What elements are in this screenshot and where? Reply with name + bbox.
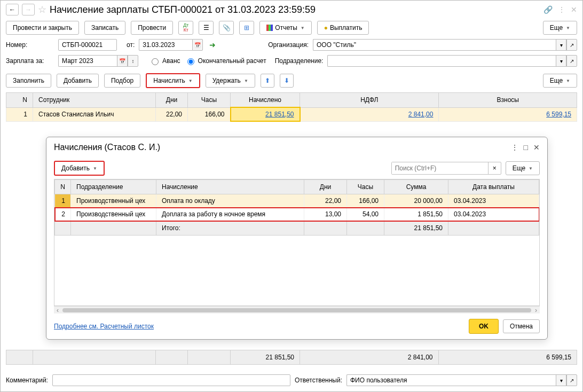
save-button[interactable]: Записать — [84, 21, 125, 35]
payslip-link[interactable]: Подробнее см. Расчетный листок — [54, 323, 154, 330]
cell-accrued[interactable]: 21 851,50 — [231, 107, 300, 121]
accruals-header-row: N Подразделение Начисление Дни Часы Сумм… — [55, 180, 539, 194]
org-open-button[interactable]: ↗ — [566, 39, 577, 51]
month-input[interactable] — [58, 55, 117, 67]
post-button[interactable]: Провести — [131, 21, 173, 35]
dialog-more-button[interactable]: Еще ▼ — [506, 161, 540, 175]
dept-label: Подразделение: — [275, 57, 324, 65]
attach-button[interactable]: 📎 — [219, 21, 234, 35]
horizontal-scrollbar[interactable] — [54, 306, 540, 313]
col-n[interactable]: N — [6, 93, 33, 108]
dtk-button[interactable]: ДтКт — [178, 21, 193, 35]
green-arrow-icon[interactable]: ➜ — [209, 41, 216, 49]
col-days[interactable]: Дни — [156, 93, 188, 108]
accruals-row[interactable]: 2 Производственный цех Доплата за работу… — [55, 208, 539, 221]
month-stepper-button[interactable]: ↕ — [128, 55, 138, 67]
acc-col-dept[interactable]: Подразделение — [71, 180, 156, 194]
col-accrued[interactable]: Начислено — [231, 93, 300, 108]
dialog-close-icon[interactable]: ✕ — [533, 143, 540, 152]
chevron-down-icon: ▾ — [560, 378, 563, 383]
nav-back-button[interactable]: ← — [6, 4, 19, 15]
pick-button[interactable]: Подбор — [104, 74, 140, 88]
final-radio-input[interactable] — [187, 58, 194, 65]
cell-tax[interactable]: 2 841,00 — [300, 107, 439, 121]
more-button[interactable]: Еще ▼ — [543, 21, 577, 35]
x-icon: × — [493, 164, 497, 172]
favorite-star-icon[interactable]: ☆ — [38, 4, 46, 15]
acc-cell-accrual: Оплата по окладу — [156, 194, 304, 208]
pay-button[interactable]: ● Выплатить — [317, 21, 369, 35]
month-calendar-button[interactable]: 📅 — [117, 55, 128, 67]
menu-dots-icon[interactable]: ⋮ — [558, 5, 565, 14]
dialog-header: Начисления (Стасов С. И.) ⋮ □ ✕ — [46, 137, 547, 158]
actions-more-button[interactable]: Еще ▼ — [543, 74, 577, 88]
coin-icon: ● — [324, 24, 328, 32]
acc-col-paydate[interactable]: Дата выплаты — [448, 180, 539, 194]
org-input[interactable] — [313, 39, 556, 51]
accrue-label: Начислить — [153, 77, 185, 84]
dialog-maximize-icon[interactable]: □ — [524, 143, 528, 152]
acc-total-sum: 21 851,50 — [384, 221, 448, 236]
acc-cell-days: 13,00 — [304, 208, 347, 221]
date-input[interactable] — [139, 39, 192, 51]
ok-button[interactable]: OK — [469, 319, 499, 334]
search-input[interactable] — [392, 162, 488, 174]
acc-col-accrual[interactable]: Начисление — [156, 180, 304, 194]
col-contrib[interactable]: Взносы — [439, 93, 577, 108]
accrued-link[interactable]: 21 851,50 — [265, 111, 294, 118]
number-input[interactable] — [58, 39, 117, 51]
advance-radio-input[interactable] — [152, 58, 159, 65]
search-clear-button[interactable]: × — [488, 162, 501, 174]
acc-col-days[interactable]: Дни — [304, 180, 347, 194]
more-label: Еще — [550, 24, 563, 32]
dept-open-button[interactable]: ↗ — [566, 55, 577, 67]
withhold-button[interactable]: Удержать ▼ — [206, 74, 255, 88]
dept-input[interactable] — [327, 55, 556, 67]
col-hours[interactable]: Часы — [188, 93, 231, 108]
acc-cell-paydate: 03.04.2023 — [448, 194, 539, 208]
org-dropdown-button[interactable]: ▾ — [556, 39, 566, 51]
final-radio[interactable]: Окончательный расчет — [185, 57, 266, 65]
col-employee[interactable]: Сотрудник — [33, 93, 156, 108]
acc-cell-accrual: Доплата за работу в ночное время — [156, 208, 304, 221]
dept-dropdown-button[interactable]: ▾ — [556, 55, 566, 67]
resp-open-button[interactable]: ↗ — [566, 374, 577, 386]
accruals-row[interactable]: 1 Производственный цех Оплата по окладу … — [55, 194, 539, 208]
scrollbar-thumb[interactable] — [62, 308, 531, 312]
post-and-close-button[interactable]: Провести и закрыть — [6, 21, 79, 35]
advance-radio[interactable]: Аванс — [149, 57, 180, 65]
structure-button[interactable]: ⊞ — [239, 21, 254, 35]
reports-button[interactable]: Отчеты ▼ — [259, 21, 311, 35]
cell-contrib[interactable]: 6 599,15 — [439, 107, 577, 121]
tax-link[interactable]: 2 841,00 — [408, 111, 434, 118]
add-button[interactable]: Добавить — [57, 74, 99, 88]
nav-forward-button[interactable]: → — [22, 4, 35, 15]
cancel-button[interactable]: Отмена — [503, 319, 540, 333]
col-tax[interactable]: НДФЛ — [300, 93, 439, 108]
withhold-label: Удержать — [212, 77, 241, 84]
close-icon[interactable]: ✕ — [571, 5, 577, 14]
dialog-add-button[interactable]: Добавить ▼ — [54, 161, 105, 176]
move-down-button[interactable]: ⬇ — [280, 74, 294, 88]
fill-button[interactable]: Заполнить — [6, 74, 51, 88]
window-title: Начисление зарплаты СТБП-000021 от 31.03… — [50, 4, 540, 15]
save-label: Записать — [91, 24, 119, 32]
acc-total-label: Итого: — [156, 221, 304, 236]
resp-input[interactable] — [346, 374, 556, 386]
move-up-button[interactable]: ⬆ — [261, 74, 274, 88]
list-button[interactable]: ☰ — [199, 21, 214, 35]
dialog-menu-icon[interactable]: ⋮ — [511, 143, 518, 152]
acc-col-sum[interactable]: Сумма — [384, 180, 448, 194]
acc-col-hours[interactable]: Часы — [347, 180, 384, 194]
pick-label: Подбор — [111, 77, 133, 84]
acc-col-n[interactable]: N — [55, 180, 71, 194]
calendar-button[interactable]: 📅 — [192, 39, 203, 51]
accrue-button[interactable]: Начислить ▼ — [146, 73, 200, 88]
chevron-down-icon: ▼ — [566, 26, 570, 30]
table-row[interactable]: 1 Стасов Станислав Ильич 22,00 166,00 21… — [6, 107, 577, 121]
resp-dropdown-button[interactable]: ▾ — [556, 374, 566, 386]
link-icon[interactable]: 🔗 — [543, 5, 553, 14]
comment-input[interactable] — [52, 374, 290, 386]
contrib-link[interactable]: 6 599,15 — [546, 111, 571, 118]
dialog-add-label: Добавить — [61, 164, 90, 172]
